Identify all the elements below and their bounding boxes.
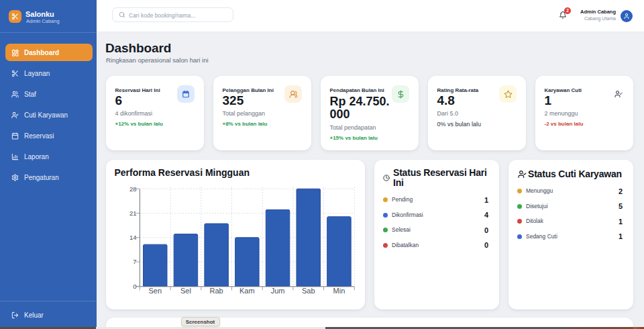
svg-text:14: 14 bbox=[129, 234, 137, 241]
svg-text:Kam: Kam bbox=[239, 287, 255, 295]
svg-text:7: 7 bbox=[133, 258, 136, 265]
svg-text:Min: Min bbox=[333, 287, 345, 295]
svg-text:Sel: Sel bbox=[180, 287, 191, 295]
svg-text:0: 0 bbox=[133, 283, 136, 290]
svg-text:21: 21 bbox=[129, 209, 137, 217]
svg-text:Jum: Jum bbox=[271, 287, 285, 295]
svg-text:28: 28 bbox=[129, 185, 137, 193]
svg-text:Rab: Rab bbox=[210, 287, 223, 295]
svg-text:Sab: Sab bbox=[302, 287, 315, 295]
svg-text:Sen: Sen bbox=[148, 287, 162, 295]
